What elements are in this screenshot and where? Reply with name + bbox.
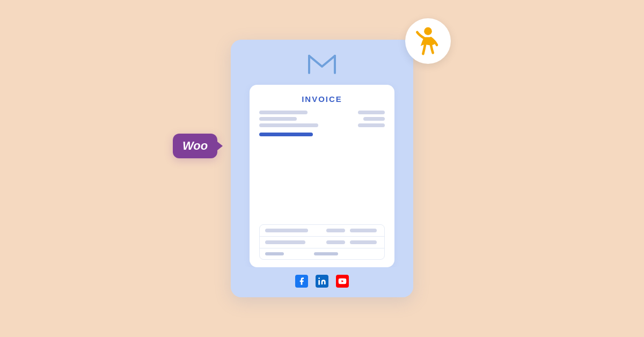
table-cell-md-3: [314, 252, 379, 255]
info-right-line-1: [358, 111, 385, 114]
info-line-1: [259, 111, 308, 114]
woo-badge: Woo: [173, 134, 217, 158]
svg-point-2: [318, 277, 320, 279]
invoice-paper: INVOICE: [250, 85, 394, 267]
svg-point-4: [424, 27, 432, 35]
invoice-info-left: [259, 111, 318, 127]
svg-rect-0: [307, 53, 337, 76]
mascot-icon: [413, 26, 443, 56]
info-line-3: [259, 123, 318, 127]
blue-highlight-bar: [259, 133, 313, 136]
mascot-circle: [405, 18, 451, 64]
gmail-icon: [306, 52, 338, 77]
table-cell-md-2: [350, 240, 379, 244]
invoice-title: INVOICE: [259, 94, 385, 104]
table-cell-main-1: [265, 229, 323, 232]
info-right-line-2: [363, 117, 385, 121]
facebook-icon[interactable]: [295, 275, 308, 288]
table-cell-main-2: [265, 240, 323, 244]
invoice-info-right: [358, 111, 385, 127]
table-row: [260, 225, 384, 237]
linkedin-icon[interactable]: [316, 275, 328, 288]
table-cell-sm-1: [326, 229, 347, 232]
scene: INVOICE: [209, 29, 435, 308]
info-line-2: [259, 117, 297, 121]
table-cell-sm-2: [326, 240, 347, 244]
info-right-line-3: [358, 123, 385, 127]
table-cell-sm-3: [265, 252, 311, 255]
invoice-table: [259, 224, 385, 260]
invoice-card: INVOICE: [231, 40, 413, 297]
table-row: [260, 237, 384, 248]
card-header: [231, 40, 413, 85]
table-row: [260, 248, 384, 259]
youtube-icon[interactable]: [336, 275, 349, 288]
table-cell-md-1: [350, 229, 379, 232]
invoice-info-block: [259, 111, 385, 127]
card-footer: [231, 267, 413, 297]
svg-rect-1: [318, 280, 320, 285]
